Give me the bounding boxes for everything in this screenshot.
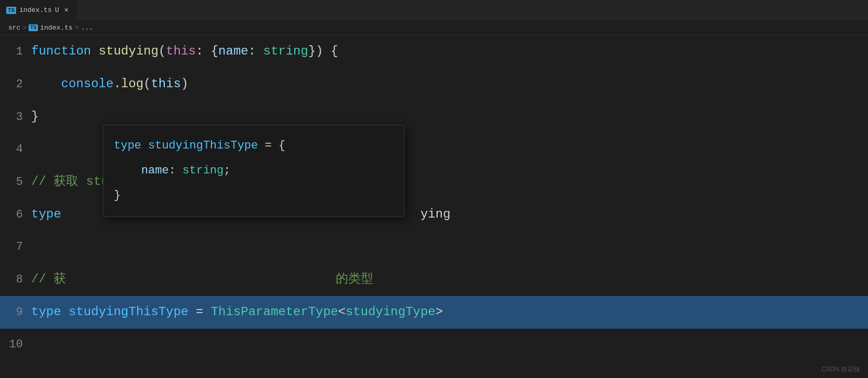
line-content: type studyingThisType = ThisParameterTyp…: [31, 296, 443, 328]
line-number: 1: [0, 36, 31, 68]
tooltip-line: type studyingThisType = {: [114, 133, 393, 158]
code-token: // 获 的类型: [31, 263, 373, 295]
code-token: console: [31, 68, 113, 100]
line-number: 10: [0, 329, 31, 361]
code-token: log: [121, 68, 143, 100]
line-number: 3: [0, 101, 31, 133]
tooltip-token: = {: [258, 133, 285, 158]
tooltip-token: :: [169, 158, 182, 183]
tooltip-token: name: [114, 158, 169, 183]
breadcrumb-sep-2: >: [75, 24, 79, 32]
tooltip-token: studyingThisType: [148, 133, 258, 158]
line-number: 4: [0, 133, 31, 166]
code-token: studyingThisType: [69, 296, 188, 328]
code-line: 10: [0, 329, 868, 361]
watermark: CSDN @花钱: [821, 365, 860, 374]
hover-tooltip: type studyingThisType = { name: string;}: [103, 125, 404, 217]
tooltip-token: ;: [223, 158, 230, 183]
tab-index-ts[interactable]: TS index.ts U ×: [0, 0, 77, 21]
line-number: 7: [0, 231, 31, 263]
code-line: 2 console.log(this): [0, 68, 868, 101]
tooltip-token: type: [114, 133, 148, 158]
code-token: type: [31, 296, 69, 328]
code-token: studying: [99, 35, 159, 68]
code-token: (: [159, 35, 166, 68]
code-line: 1function studying(this: {name: string})…: [0, 35, 868, 68]
code-token: (: [143, 68, 151, 100]
code-token: =: [188, 296, 211, 328]
code-token: .: [113, 68, 121, 100]
line-number: 6: [0, 199, 31, 231]
line-content: console.log(this): [31, 68, 188, 100]
code-token: <: [338, 296, 346, 328]
code-token: : {: [196, 35, 218, 68]
breadcrumb-filename: index.ts: [40, 24, 72, 32]
tooltip-token: string: [182, 158, 223, 183]
code-token: studyingType: [346, 296, 436, 328]
ts-icon: TS: [6, 7, 16, 14]
line-number: 8: [0, 264, 31, 296]
code-token: name: [218, 35, 248, 68]
code-token: type: [31, 198, 69, 231]
code-line: 8// 获 的类型: [0, 263, 868, 296]
line-number: 5: [0, 166, 31, 198]
code-token: ThisParameterType: [211, 296, 338, 328]
line-number: 9: [0, 296, 31, 329]
tab-filename: index.ts: [19, 6, 51, 14]
breadcrumb-ts-icon: TS: [29, 24, 38, 31]
breadcrumb-src: src: [8, 24, 20, 32]
code-token: string: [264, 35, 308, 68]
code-token: >: [436, 296, 443, 328]
line-number: 2: [0, 69, 31, 101]
tooltip-line: }: [114, 183, 393, 208]
tab-close-button[interactable]: ×: [62, 5, 70, 16]
code-line: 7: [0, 231, 868, 263]
tab-modified-indicator: U: [55, 6, 59, 14]
line-content: function studying(this: {name: string}) …: [31, 35, 338, 68]
code-line: 9type studyingThisType = ThisParameterTy…: [0, 296, 868, 329]
line-content: // 获 的类型: [31, 263, 373, 295]
code-token: }) {: [308, 35, 338, 68]
tab-bar: TS index.ts U ×: [0, 0, 868, 21]
code-token: :: [248, 35, 264, 68]
tooltip-line: name: string;: [114, 158, 393, 183]
code-token: function: [31, 35, 99, 68]
breadcrumb: src > TS index.ts > ...: [0, 21, 868, 35]
code-token: }: [31, 101, 38, 133]
code-token: this: [151, 68, 181, 100]
code-token: this: [166, 35, 196, 68]
line-content: }: [31, 101, 38, 133]
breadcrumb-dots: ...: [81, 24, 93, 32]
tooltip-token: }: [114, 183, 121, 208]
breadcrumb-sep-1: >: [22, 24, 27, 32]
code-token: ): [181, 68, 188, 100]
